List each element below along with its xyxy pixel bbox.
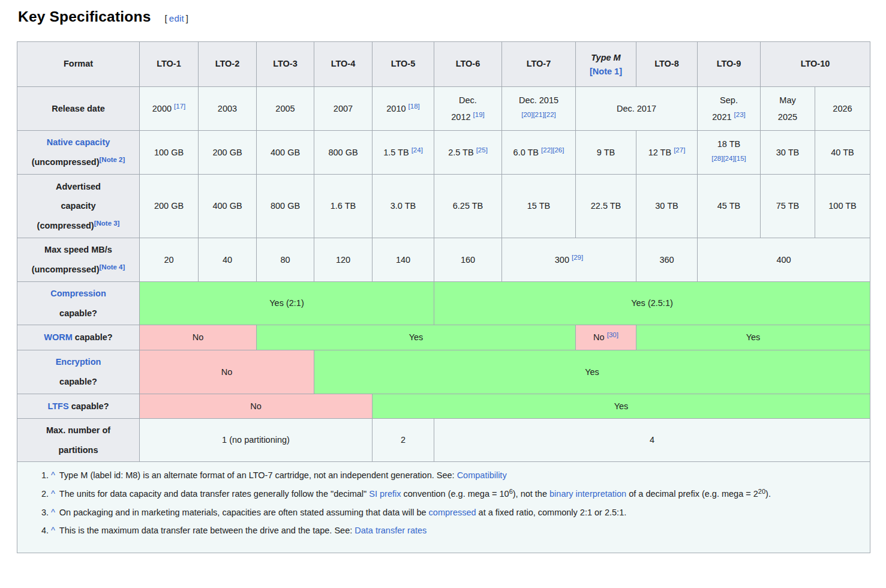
- column-header-lto-9: LTO-9: [698, 42, 761, 87]
- column-header-lto-3: LTO-3: [257, 42, 314, 87]
- release-date-cell: 2000 [17]: [140, 87, 199, 131]
- key-specifications-table-container: FormatLTO-1LTO-2LTO-3LTO-4LTO-5LTO-6LTO-…: [0, 41, 886, 553]
- worm-capable-cell: No [30]: [576, 325, 636, 350]
- row-header-link[interactable]: Native capacity: [47, 137, 110, 147]
- backlink-caret[interactable]: ^: [51, 526, 55, 535]
- backlink-caret[interactable]: ^: [51, 489, 55, 499]
- advertised-capacity-cell: 1.6 TB: [314, 175, 373, 238]
- row-header-encryption-capable: Encryptioncapable?: [17, 350, 140, 394]
- table-row-max-speed: Max speed MB/s(uncompressed)[Note 4]2040…: [17, 238, 870, 282]
- ref-link[interactable]: [15]: [735, 155, 746, 162]
- release-date-cell: Dec. 2017: [576, 87, 698, 131]
- max-partitions-cell: 2: [373, 419, 434, 462]
- ref-link[interactable]: [30]: [607, 331, 618, 338]
- ref-link[interactable]: [24]: [412, 146, 423, 154]
- footnotes-list: ^Type M (label id: M8) is an alternate f…: [23, 469, 864, 538]
- max-speed-cell: 120: [314, 238, 373, 282]
- release-date-cell: Dec. 2015[20][21][22]: [502, 87, 576, 131]
- compression-capable-cell: Yes (2.5:1): [434, 282, 870, 325]
- ref-link[interactable]: [20]: [521, 111, 533, 118]
- footnote-link[interactable]: binary interpretation: [549, 489, 626, 499]
- worm-capable-cell: Yes: [257, 325, 576, 350]
- ref-link[interactable]: [19]: [473, 111, 485, 118]
- exponent: 6: [509, 488, 513, 495]
- native-capacity-cell: 40 TB: [815, 131, 870, 175]
- ref-link[interactable]: [26]: [552, 146, 564, 154]
- native-capacity-cell: 12 TB [27]: [636, 131, 698, 175]
- release-date-cell: Dec.2012 [19]: [434, 87, 502, 131]
- advertised-capacity-cell: 15 TB: [502, 175, 576, 238]
- ref-link[interactable]: [21]: [533, 111, 544, 118]
- max-speed-cell: 300 [29]: [502, 238, 636, 282]
- row-header-compression-capable: Compressioncapable?: [17, 282, 140, 325]
- column-header-lto-4: LTO-4: [314, 42, 373, 87]
- advertised-capacity-cell: 400 GB: [199, 175, 257, 238]
- row-header-link[interactable]: Encryption: [56, 357, 101, 367]
- table-row-encryption-capable: Encryptioncapable?NoYes: [17, 350, 870, 394]
- row-header-advertised-capacity: Advertisedcapacity(compressed)[Note 3]: [17, 175, 140, 238]
- footnote-link[interactable]: Compatibility: [457, 470, 507, 480]
- table-header-row: FormatLTO-1LTO-2LTO-3LTO-4LTO-5LTO-6LTO-…: [17, 42, 870, 87]
- compression-capable-cell: Yes (2:1): [140, 282, 434, 325]
- encryption-capable-cell: Yes: [314, 350, 870, 394]
- footnote-item: ^On packaging and in marketing materials…: [51, 506, 864, 520]
- footnote-link[interactable]: SI prefix: [369, 489, 401, 499]
- column-header-type-m: Type M[Note 1]: [576, 42, 636, 87]
- ref-link[interactable]: [29]: [572, 254, 583, 261]
- edit-link[interactable]: edit: [169, 13, 184, 23]
- advertised-capacity-cell: 6.25 TB: [434, 175, 502, 238]
- backlink-caret[interactable]: ^: [51, 470, 55, 480]
- advertised-capacity-cell: 200 GB: [140, 175, 199, 238]
- backlink-caret[interactable]: ^: [51, 508, 55, 517]
- native-capacity-cell: 200 GB: [199, 131, 257, 175]
- edit-bracket-open: [: [164, 13, 167, 23]
- ltfs-capable-cell: No: [140, 394, 373, 419]
- footnote-link[interactable]: Data transfer rates: [355, 526, 427, 535]
- ref-link[interactable]: [25]: [476, 146, 488, 154]
- ref-link[interactable]: [22]: [545, 111, 556, 118]
- table-row-max-partitions: Max. number ofpartitions1 (no partitioni…: [17, 419, 870, 462]
- native-capacity-cell: 9 TB: [576, 131, 636, 175]
- ref-link[interactable]: [22]: [541, 146, 552, 154]
- ref-link[interactable]: [28]: [711, 155, 723, 162]
- release-date-cell: 2005: [257, 87, 314, 131]
- footnote-item: ^The units for data capacity and data tr…: [51, 488, 864, 501]
- wiki-page: Key Specifications [edit] FormatLTO-1LTO…: [0, 0, 886, 588]
- ref-link[interactable]: [23]: [734, 111, 746, 118]
- row-header-link[interactable]: WORM: [44, 332, 73, 342]
- edit-bracket-close: ]: [186, 13, 188, 23]
- row-header-link[interactable]: Compression: [50, 289, 106, 298]
- note-link[interactable]: [Note 3]: [94, 220, 120, 227]
- row-header-ltfs-capable: LTFS capable?: [17, 394, 140, 419]
- footnote-link[interactable]: compressed: [429, 508, 476, 517]
- column-header-lto-8: LTO-8: [636, 42, 698, 87]
- max-speed-cell: 160: [434, 238, 502, 282]
- ref-link[interactable]: [18]: [409, 103, 420, 110]
- note-link[interactable]: [Note 1]: [590, 67, 622, 76]
- row-header-link[interactable]: LTFS: [47, 401, 68, 411]
- advertised-capacity-cell: 75 TB: [761, 175, 815, 238]
- native-capacity-cell: 30 TB: [761, 131, 815, 175]
- section-heading: Key Specifications [edit]: [0, 0, 886, 25]
- advertised-capacity-cell: 30 TB: [636, 175, 698, 238]
- native-capacity-cell: 2.5 TB [25]: [434, 131, 502, 175]
- ref-link[interactable]: [27]: [674, 146, 685, 154]
- note-link[interactable]: [Note 2]: [100, 156, 125, 163]
- row-header-max-speed: Max speed MB/s(uncompressed)[Note 4]: [17, 238, 140, 282]
- column-header-format: Format: [17, 42, 140, 87]
- max-speed-cell: 80: [257, 238, 314, 282]
- max-speed-cell: 140: [373, 238, 434, 282]
- table-row-worm-capable: WORM capable?NoYesNo [30]Yes: [17, 325, 870, 350]
- release-date-cell: Sep.2021 [23]: [698, 87, 761, 131]
- ref-link[interactable]: [17]: [174, 103, 185, 110]
- column-header-lto-6: LTO-6: [434, 42, 502, 87]
- key-specifications-table: FormatLTO-1LTO-2LTO-3LTO-4LTO-5LTO-6LTO-…: [17, 41, 870, 553]
- footnote-item: ^Type M (label id: M8) is an alternate f…: [51, 469, 864, 482]
- ref-link[interactable]: [24]: [723, 155, 734, 162]
- note-link[interactable]: [Note 4]: [100, 263, 125, 271]
- max-speed-cell: 400: [698, 238, 870, 282]
- max-partitions-cell: 1 (no partitioning): [140, 419, 373, 462]
- ltfs-capable-cell: Yes: [373, 394, 870, 419]
- table-row-footnotes: ^Type M (label id: M8) is an alternate f…: [17, 462, 870, 553]
- max-partitions-cell: 4: [434, 419, 870, 462]
